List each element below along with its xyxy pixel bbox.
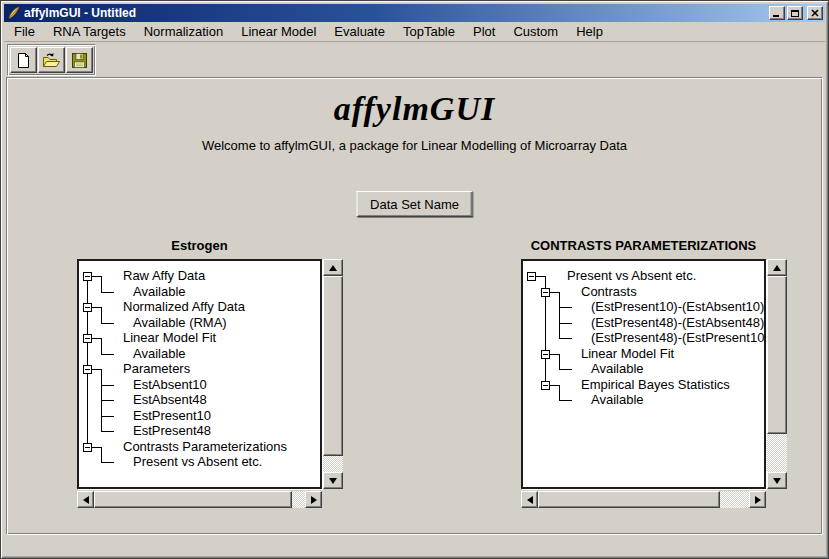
tree-node-label[interactable]: EstPresent10 [133, 408, 211, 423]
contrasts-panel: CONTRASTS PARAMETERIZATIONS Present vs A… [521, 238, 787, 508]
tree-connector-line [559, 385, 560, 401]
tree-expand-toggle[interactable] [541, 350, 550, 359]
tree-node-label[interactable]: (EstPresent48)-(EstAbsent48) [591, 315, 764, 330]
tree-connector-line [559, 338, 572, 339]
minimize-button[interactable] [769, 6, 785, 20]
menu-item-plot[interactable]: Plot [464, 23, 504, 41]
tree-expand-toggle[interactable] [83, 334, 92, 343]
title-bar[interactable]: affylmGUI - Untitled [4, 4, 825, 22]
scroll-right-button[interactable] [749, 491, 766, 508]
minus-icon [85, 447, 90, 448]
menu-item-linear-model[interactable]: Linear Model [232, 23, 325, 41]
tree-node-label[interactable]: Linear Model Fit [581, 346, 674, 361]
tree-connector-line [559, 354, 560, 370]
tree-node-label[interactable]: Parameters [123, 361, 190, 376]
tree-node-label[interactable]: Available [591, 392, 644, 407]
left-arrow-icon [527, 496, 533, 504]
open-file-button[interactable] [38, 47, 65, 73]
save-file-button[interactable] [66, 47, 93, 73]
scroll-down-button[interactable] [767, 472, 787, 489]
tree-node-label[interactable]: Available [133, 346, 186, 361]
estrogen-vertical-scrollbar[interactable] [323, 259, 343, 489]
tree-expand-toggle[interactable] [83, 365, 92, 374]
tree-connector-line [101, 462, 114, 463]
tree-expand-toggle[interactable] [541, 288, 550, 297]
menu-bar: FileRNA TargetsNormalizationLinear Model… [4, 22, 825, 42]
minus-icon [543, 385, 548, 386]
scroll-right-button[interactable] [305, 491, 322, 508]
tree-connector-line [101, 447, 102, 463]
tree-node-label[interactable]: Contrasts Parameterizations [123, 439, 287, 454]
app-window: affylmGUI - Untitled FileRNA TargetsNorm… [0, 0, 829, 559]
left-arrow-icon [83, 496, 89, 504]
tree-node-label[interactable]: EstPresent48 [133, 423, 211, 438]
menu-item-file[interactable]: File [5, 23, 44, 41]
tree-node-label[interactable]: Present vs Absent etc. [133, 454, 262, 469]
tree-node-label[interactable]: EstAbsent48 [133, 392, 207, 407]
close-icon [811, 9, 819, 17]
estrogen-tree[interactable]: Raw Affy DataAvailableNormalized Affy Da… [77, 259, 322, 489]
tree-connector-line [101, 400, 114, 401]
minus-icon [85, 369, 90, 370]
scroll-left-button[interactable] [77, 491, 94, 508]
open-folder-icon [42, 52, 61, 69]
tree-node-label[interactable]: Available [591, 361, 644, 376]
tree-connector-line [101, 385, 114, 386]
data-set-name-button[interactable]: Data Set Name [356, 191, 473, 217]
close-button[interactable] [807, 6, 823, 20]
contrasts-vertical-scrollbar[interactable] [767, 259, 787, 489]
tree-connector-line [101, 292, 114, 293]
estrogen-panel: Estrogen Raw Affy DataAvailableNormalize… [77, 238, 343, 508]
tree-node-label[interactable]: Present vs Absent etc. [567, 268, 696, 283]
menu-item-rna-targets[interactable]: RNA Targets [44, 23, 135, 41]
scroll-track[interactable] [538, 491, 749, 508]
tree-node-label[interactable]: Available (RMA) [133, 315, 227, 330]
new-file-button[interactable] [10, 47, 37, 73]
maximize-button[interactable] [787, 6, 803, 20]
scroll-up-button[interactable] [323, 259, 343, 276]
scroll-thumb[interactable] [767, 276, 787, 434]
minus-icon [529, 276, 534, 277]
welcome-text: Welcome to affylmGUI, a package for Line… [7, 138, 822, 153]
main-content-frame: affylmGUI Welcome to affylmGUI, a packag… [6, 77, 823, 535]
minimize-icon [773, 15, 779, 17]
tree-expand-toggle[interactable] [527, 272, 536, 281]
menu-item-custom[interactable]: Custom [504, 23, 567, 41]
contrasts-panel-title: CONTRASTS PARAMETERIZATIONS [521, 238, 766, 256]
menu-item-toptable[interactable]: TopTable [394, 23, 464, 41]
scroll-track[interactable] [94, 491, 305, 508]
minus-icon [85, 307, 90, 308]
tree-connector-line [101, 431, 114, 432]
tree-node-label[interactable]: (EstPresent10)-(EstAbsent10) [591, 299, 764, 314]
scroll-thumb[interactable] [94, 491, 292, 508]
scroll-thumb[interactable] [538, 491, 720, 508]
tree-connector-line [101, 307, 102, 323]
scroll-down-button[interactable] [323, 472, 343, 489]
tree-expand-toggle[interactable] [83, 272, 92, 281]
contrasts-tree[interactable]: Present vs Absent etc.Contrasts(EstPrese… [521, 259, 766, 489]
scroll-track[interactable] [323, 276, 343, 472]
tree-node-label[interactable]: Empirical Bayes Statistics [581, 377, 730, 392]
tree-node-label[interactable]: (EstPresent48)-(EstPresent10) [591, 330, 766, 345]
tree-connector-line [559, 292, 560, 339]
tree-node-label[interactable]: EstAbsent10 [133, 377, 207, 392]
tree-connector-line [101, 323, 114, 324]
contrasts-horizontal-scrollbar[interactable] [521, 491, 766, 508]
tree-node-label[interactable]: Raw Affy Data [123, 268, 205, 283]
tree-node-label[interactable]: Contrasts [581, 284, 637, 299]
menu-item-normalization[interactable]: Normalization [135, 23, 232, 41]
tree-expand-toggle[interactable] [541, 381, 550, 390]
menu-item-help[interactable]: Help [567, 23, 612, 41]
scroll-up-button[interactable] [767, 259, 787, 276]
scroll-thumb[interactable] [323, 276, 343, 456]
menu-item-evaluate[interactable]: Evaluate [325, 23, 394, 41]
tree-node-label[interactable]: Normalized Affy Data [123, 299, 245, 314]
tree-expand-toggle[interactable] [83, 443, 92, 452]
tree-expand-toggle[interactable] [83, 303, 92, 312]
estrogen-horizontal-scrollbar[interactable] [77, 491, 322, 508]
tree-connector-line [101, 354, 114, 355]
tree-node-label[interactable]: Available [133, 284, 186, 299]
scroll-track[interactable] [767, 276, 787, 472]
scroll-left-button[interactable] [521, 491, 538, 508]
tree-node-label[interactable]: Linear Model Fit [123, 330, 216, 345]
